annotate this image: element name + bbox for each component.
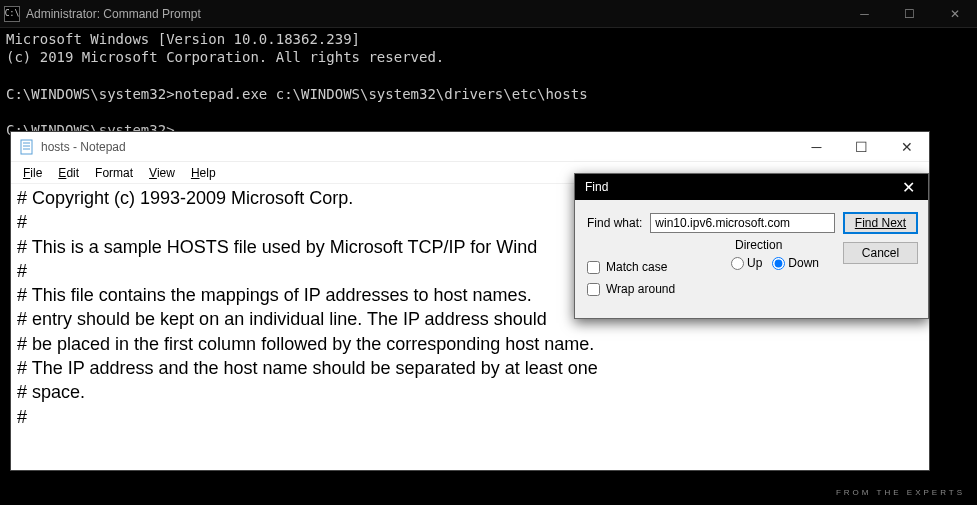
watermark: FROM THE EXPERTS: [836, 488, 965, 497]
find-close-button[interactable]: ✕: [888, 174, 928, 200]
match-case-check[interactable]: Match case: [587, 260, 675, 274]
radio-down[interactable]: Down: [772, 256, 819, 270]
notepad-maximize-button[interactable]: ☐: [839, 132, 884, 162]
radio-up-label: Up: [747, 256, 762, 270]
radio-down-input[interactable]: [772, 257, 785, 270]
notepad-minimize-button[interactable]: ─: [794, 132, 839, 162]
find-next-button[interactable]: Find Next: [843, 212, 918, 234]
menu-view[interactable]: View: [141, 164, 183, 182]
maximize-button[interactable]: ☐: [887, 0, 932, 28]
match-case-label: Match case: [606, 260, 667, 274]
cmd-icon: C:\: [4, 6, 20, 22]
radio-up-input[interactable]: [731, 257, 744, 270]
direction-label: Direction: [735, 238, 831, 252]
notepad-titlebar: hosts - Notepad ─ ☐ ✕: [11, 132, 929, 162]
menu-help[interactable]: Help: [183, 164, 224, 182]
find-what-label: Find what:: [587, 216, 642, 230]
cmd-output: Microsoft Windows [Version 10.0.18362.23…: [0, 28, 977, 141]
menu-edit[interactable]: Edit: [50, 164, 87, 182]
minimize-button[interactable]: ─: [842, 0, 887, 28]
radio-up[interactable]: Up: [731, 256, 762, 270]
find-titlebar: Find ✕: [575, 174, 928, 200]
wrap-around-check[interactable]: Wrap around: [587, 282, 675, 296]
find-title: Find: [585, 180, 888, 194]
cancel-button[interactable]: Cancel: [843, 242, 918, 264]
notepad-close-button[interactable]: ✕: [884, 132, 929, 162]
menu-file[interactable]: File: [15, 164, 50, 182]
svg-rect-0: [21, 140, 32, 154]
notepad-icon: [19, 139, 35, 155]
notepad-title: hosts - Notepad: [41, 140, 794, 154]
direction-group: Direction Up Down: [731, 238, 831, 270]
watermark-tagline: FROM THE EXPERTS: [836, 488, 965, 497]
find-what-input[interactable]: [650, 213, 835, 233]
close-button[interactable]: ✕: [932, 0, 977, 28]
radio-down-label: Down: [788, 256, 819, 270]
find-body: Find what: Find Next Cancel Direction Up…: [575, 200, 928, 318]
wrap-around-label: Wrap around: [606, 282, 675, 296]
cmd-title: Administrator: Command Prompt: [26, 7, 842, 21]
cmd-titlebar: C:\ Administrator: Command Prompt ─ ☐ ✕: [0, 0, 977, 28]
find-dialog: Find ✕ Find what: Find Next Cancel Direc…: [574, 173, 929, 319]
menu-format[interactable]: Format: [87, 164, 141, 182]
match-case-checkbox[interactable]: [587, 261, 600, 274]
wrap-around-checkbox[interactable]: [587, 283, 600, 296]
